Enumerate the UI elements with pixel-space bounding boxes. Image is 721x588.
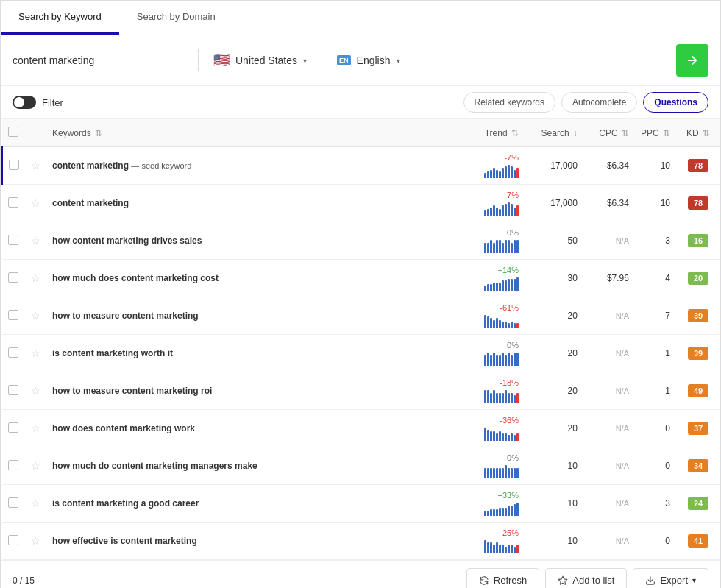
row-checkbox[interactable] [8,422,18,433]
star-icon[interactable]: ☆ [31,310,40,322]
refresh-button[interactable]: Refresh [466,568,540,588]
row-checkbox[interactable] [8,497,18,508]
star-icon[interactable]: ☆ [31,347,40,359]
star-icon[interactable]: ☆ [31,497,40,509]
mini-bar [496,318,498,328]
mini-bar [487,284,489,291]
mini-bar [502,545,504,553]
mini-bar [493,205,495,216]
row-checkbox[interactable] [8,235,18,245]
mini-bar [490,509,492,516]
mini-bar [502,353,504,366]
row-search-cell: 17,000 [525,185,583,222]
search-volume: 30 [568,273,578,283]
search-button[interactable] [676,44,708,77]
ppc-value: 10 [661,198,670,208]
row-kd-cell: 24 [676,485,720,523]
mini-bar [484,286,486,291]
mini-bar [508,435,510,441]
keywords-sort-icon: ⇅ [95,128,102,138]
row-checkbox[interactable] [8,272,18,283]
mini-bar [514,547,516,553]
mini-bar [508,393,510,403]
row-star-cell: ☆ [25,372,46,410]
keyword-input[interactable] [13,54,189,66]
row-search-cell: 20 [525,335,583,372]
select-all-checkbox[interactable] [8,127,18,137]
mini-bar [508,279,510,291]
filter-label[interactable]: Filter [42,97,63,108]
mini-bar [493,431,495,441]
trend-value: -7% [450,153,519,162]
table-row: ☆ is content marketing a good career +33… [2,485,721,523]
autocomplete-button[interactable]: Autocomplete [561,92,637,113]
mini-bar [502,468,504,478]
star-icon[interactable]: ☆ [31,235,40,247]
mini-bar [499,283,501,291]
seed-label: — seed keyword [131,161,191,170]
tab-keyword[interactable]: Search by Keyword [1,1,119,35]
mini-bar [505,390,507,403]
header-keywords[interactable]: Keywords ⇅ [46,119,444,147]
cpc-value: $7.96 [607,273,629,283]
tab-domain[interactable]: Search by Domain [119,1,233,35]
row-checkbox[interactable] [8,347,18,358]
header-search[interactable]: Search ↓ [525,119,583,147]
mini-bar [502,243,504,253]
add-to-list-button[interactable]: Add to list [545,568,627,588]
row-ppc-cell: 4 [635,260,676,297]
row-checkbox[interactable] [8,197,18,208]
row-checkbox[interactable] [8,310,18,320]
header-ppc[interactable]: PPC ⇅ [635,119,676,147]
mini-bar [499,545,501,553]
header-cpc[interactable]: CPC ⇅ [583,119,635,147]
row-checkbox[interactable] [9,160,19,170]
country-selector[interactable]: 🇺🇸 United States ▾ [207,49,313,71]
row-cpc-cell: N/A [583,372,635,410]
mini-bar [496,468,498,478]
row-trend-cell: 0% [444,335,525,372]
mini-bar [493,168,495,178]
filter-toggle[interactable] [13,96,36,109]
row-checkbox[interactable] [8,535,18,545]
header-trend[interactable]: Trend ⇅ [444,119,525,147]
star-icon[interactable]: ☆ [31,385,40,397]
star-icon[interactable]: ☆ [31,535,40,547]
table-row: ☆ content marketing — seed keyword -7% 1… [2,147,721,185]
row-keyword-cell: is content marketing worth it [46,335,444,372]
row-keyword-cell: how much does content marketing cost [46,260,444,297]
export-button[interactable]: Export ▾ [633,568,708,588]
mini-bar [511,545,513,553]
row-search-cell: 20 [525,372,583,410]
mini-bar [484,243,486,253]
trend-value: 0% [450,228,519,237]
row-kd-cell: 34 [676,447,720,485]
mini-bar [496,283,498,291]
mini-bar [496,509,498,516]
row-trend-cell: -25% [444,523,525,560]
mini-bar [487,511,489,516]
mini-bar [484,315,486,328]
cpc-value: N/A [616,349,629,358]
header-kd[interactable]: KD ⇅ [676,119,720,147]
questions-button[interactable]: Questions [643,92,708,113]
star-icon[interactable]: ☆ [31,272,40,284]
star-icon[interactable]: ☆ [31,197,40,209]
mini-bar [493,353,495,366]
star-icon[interactable]: ☆ [31,160,40,171]
table-header: Keywords ⇅ Trend ⇅ Search ↓ CPC ⇅ PPC ⇅ … [2,119,721,147]
mini-bar [511,355,513,366]
row-cpc-cell: $6.34 [583,185,635,222]
header-check[interactable] [2,119,26,147]
language-selector[interactable]: EN English ▾ [331,52,405,69]
star-icon[interactable]: ☆ [31,422,40,434]
star-icon[interactable]: ☆ [31,460,40,472]
row-checkbox[interactable] [8,385,18,395]
mini-bar [502,322,504,328]
related-keywords-button[interactable]: Related keywords [464,92,555,113]
mini-bar [516,353,519,366]
row-ppc-cell: 7 [635,297,676,335]
mini-bar [516,277,519,291]
mini-bar [484,540,486,553]
row-checkbox[interactable] [8,460,18,470]
